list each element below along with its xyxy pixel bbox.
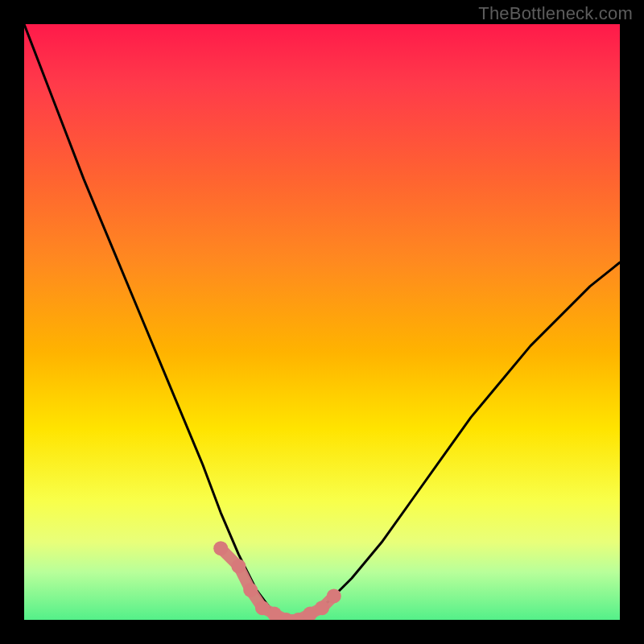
marker-dot (267, 607, 282, 620)
marker-dot (255, 601, 270, 615)
marker-dot (327, 588, 341, 603)
marker-dot (279, 613, 294, 620)
marker-dot (213, 541, 228, 555)
bottleneck-curve (24, 24, 620, 620)
marker-dot (231, 559, 246, 573)
chart-frame: TheBottleneck.com (0, 0, 644, 644)
marker-dot (243, 583, 258, 597)
marker-dot (315, 601, 329, 615)
marker-dot (291, 613, 305, 620)
gradient-background (24, 24, 620, 620)
marker-dot (303, 607, 317, 620)
watermark-text: TheBottleneck.com (478, 3, 633, 24)
marker-underline (221, 548, 334, 620)
curve-path (24, 24, 620, 620)
